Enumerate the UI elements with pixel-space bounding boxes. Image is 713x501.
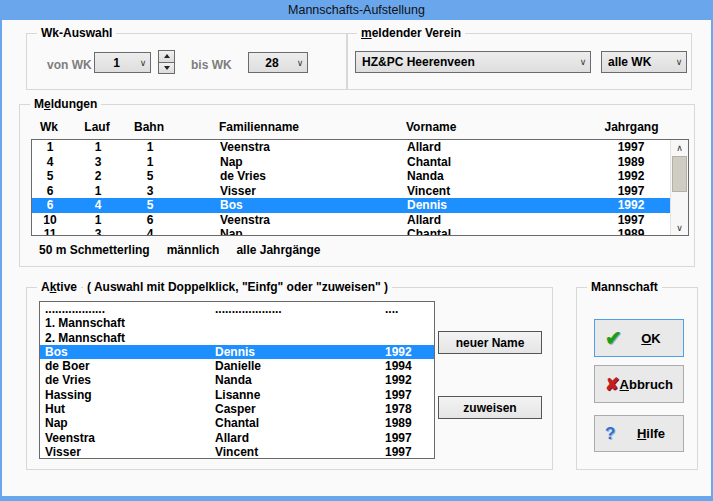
event-label: 50 m Schmetterling	[39, 243, 150, 257]
cell-jahrgang: ....	[385, 302, 434, 316]
cell-lauf: 1	[68, 213, 128, 228]
cell-wk: 6	[32, 184, 68, 199]
cell-jahrgang: 1997	[592, 184, 670, 199]
aktive-row[interactable]: 1. Mannschaft	[40, 316, 434, 330]
cell-familienname: Veenstra	[172, 140, 407, 155]
cell-vorname: Casper	[215, 402, 385, 416]
cell-familienname: Hut	[45, 402, 215, 416]
club-combo[interactable]: HZ&PC Heerenveen ∨	[355, 51, 591, 73]
cell-lauf: 3	[68, 227, 128, 235]
scroll-thumb[interactable]	[672, 156, 687, 192]
meldungen-row[interactable]: 11 3 4 Nap Chantal 1989	[32, 227, 670, 235]
zuweisen-button[interactable]: zuweisen	[438, 396, 542, 419]
club-combo-value: HZ&PC Heerenveen	[356, 55, 576, 69]
meldungen-scrollbar[interactable]: ∧ ∨	[670, 140, 688, 235]
cell-vorname: Allard	[407, 140, 592, 155]
group-aktive-hint: ( Auswahl mit Doppelklick, "Einfg" oder …	[83, 280, 392, 294]
chevron-down-icon: ∨	[136, 58, 150, 68]
group-aktive: Aktive ( Auswahl mit Doppelklick, "Einfg…	[26, 287, 553, 470]
cell-wk: 4	[32, 155, 68, 170]
aktive-row[interactable]: Veenstra Allard 1997	[40, 431, 434, 445]
cell-vorname: Vincent	[215, 445, 385, 458]
dialog-content: Wk-Auswahl von WK 1 ∨ bis WK 28 ∨ melden…	[2, 20, 711, 496]
bis-wk-combo[interactable]: 28 ∨	[248, 52, 308, 73]
wk-filter-combo[interactable]: alle WK ∨	[601, 51, 687, 73]
ages-label: alle Jahrgänge	[236, 243, 320, 257]
cell-jahrgang: 1997	[385, 431, 434, 445]
chevron-down-icon: ∨	[576, 57, 590, 67]
cell-bahn: 6	[128, 213, 172, 228]
aktive-row[interactable]: 2. Mannschaft	[40, 331, 434, 345]
aktive-row[interactable]: Hut Casper 1978	[40, 402, 434, 416]
cell-bahn: 4	[128, 227, 172, 235]
cell-vorname: ....................	[215, 302, 385, 316]
scroll-up-button[interactable]: ∧	[671, 140, 688, 155]
column-header-bahn: Bahn	[127, 120, 171, 134]
wk-filter-value: alle WK	[602, 55, 672, 69]
cell-familienname: de Vries	[172, 169, 407, 184]
spinner-up-button[interactable]	[158, 50, 175, 63]
arrow-up-icon: ∧	[676, 143, 683, 153]
group-meldungen-label: Meldungen	[30, 97, 101, 111]
cell-familienname: Hassing	[45, 388, 215, 402]
aktive-row[interactable]: Visser Vincent 1997	[40, 445, 434, 458]
meldungen-list: 1 1 1 Veenstra Allard 1997 4 3 1 Nap	[32, 140, 670, 235]
cell-vorname: Dennis	[407, 198, 592, 213]
cell-familienname: 2. Mannschaft	[45, 331, 215, 345]
aktive-row[interactable]: de Boer Danielle 1994	[40, 359, 434, 373]
cell-jahrgang	[385, 316, 434, 330]
scroll-track[interactable]	[671, 155, 688, 220]
aktive-row[interactable]: Nap Chantal 1989	[40, 416, 434, 430]
hilfe-button[interactable]: ? Hilfe	[594, 415, 684, 452]
question-icon: ?	[605, 424, 629, 444]
aktive-listbox: .................. .................... …	[39, 301, 435, 459]
cell-lauf: 1	[68, 140, 128, 155]
abbruch-button[interactable]: ✘ Abbruch	[594, 365, 684, 403]
cell-wk: 5	[32, 169, 68, 184]
dialog-window: Mannschafts-Aufstellung Wk-Auswahl von W…	[0, 0, 713, 501]
cell-wk: 10	[32, 213, 68, 228]
aktive-row[interactable]: de Vries Nanda 1992	[40, 373, 434, 387]
cell-familienname: Nap	[172, 155, 407, 170]
cell-familienname: de Vries	[45, 373, 215, 387]
cell-jahrgang: 1989	[592, 227, 670, 235]
aktive-row[interactable]: .................. .................... …	[40, 302, 434, 316]
cell-jahrgang: 1997	[385, 445, 434, 458]
cell-familienname: de Boer	[45, 359, 215, 373]
group-wk-auswahl: Wk-Auswahl von WK 1 ∨ bis WK 28 ∨	[26, 33, 348, 90]
column-header-familienname: Familienname	[171, 120, 406, 134]
cell-familienname: Visser	[172, 184, 407, 199]
cell-jahrgang: 1978	[385, 402, 434, 416]
spinner-down-button[interactable]	[158, 63, 175, 75]
meldungen-row[interactable]: 6 1 3 Visser Vincent 1997	[32, 184, 670, 199]
meldungen-row[interactable]: 1 1 1 Veenstra Allard 1997	[32, 140, 670, 155]
meldungen-row[interactable]: 6 4 5 Bos Dennis 1992	[32, 198, 670, 213]
aktive-row[interactable]: Hassing Lisanne 1997	[40, 388, 434, 402]
cell-familienname: Bos	[172, 198, 407, 213]
scroll-down-button[interactable]: ∨	[671, 220, 688, 235]
triangle-up-icon	[164, 54, 170, 58]
cell-jahrgang	[385, 331, 434, 345]
cell-familienname: Nap	[172, 227, 407, 235]
cell-vorname: Allard	[407, 213, 592, 228]
bis-wk-value: 28	[249, 56, 293, 70]
meldungen-row[interactable]: 10 1 6 Veenstra Allard 1997	[32, 213, 670, 228]
group-wk-auswahl-label: Wk-Auswahl	[37, 26, 116, 40]
gender-label: männlich	[167, 243, 220, 257]
zuweisen-button-label: zuweisen	[463, 401, 516, 415]
ok-button[interactable]: ✔ OK	[594, 319, 684, 357]
cell-familienname: ..................	[45, 302, 215, 316]
meldungen-row[interactable]: 5 2 5 de Vries Nanda 1992	[32, 169, 670, 184]
von-wk-combo[interactable]: 1 ∨	[94, 52, 151, 73]
cell-vorname: Chantal	[407, 227, 592, 235]
cell-wk: 11	[32, 227, 68, 235]
triangle-down-icon	[164, 66, 170, 70]
cell-vorname: Nanda	[215, 373, 385, 387]
meldungen-row[interactable]: 4 3 1 Nap Chantal 1989	[32, 155, 670, 170]
neuer-name-button[interactable]: neuer Name	[438, 331, 542, 354]
aktive-row[interactable]: Bos Dennis 1992	[40, 345, 434, 359]
chevron-down-icon: ∨	[293, 58, 307, 68]
column-header-lauf: Lauf	[67, 120, 127, 134]
cell-vorname: Nanda	[407, 169, 592, 184]
cell-familienname: Veenstra	[172, 213, 407, 228]
